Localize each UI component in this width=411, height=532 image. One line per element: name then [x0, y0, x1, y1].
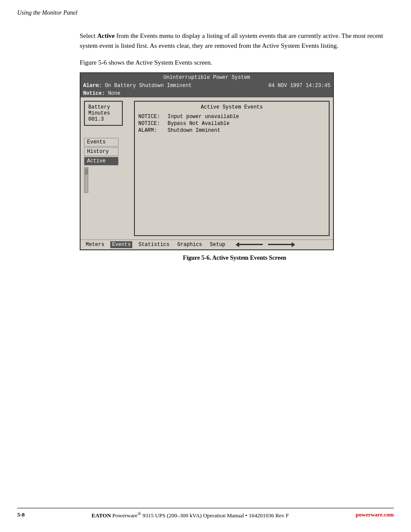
bottom-menu-statistics[interactable]: Statistics — [137, 241, 171, 248]
event-row-1: NOTICE: Input power unavailable — [138, 114, 325, 120]
bottom-menu-meters[interactable]: Meters — [84, 241, 106, 248]
status-left: Alarm: On Battery Shutdown Imminent — [83, 83, 192, 89]
screen-title-bar: Uninterruptible Power System — [81, 73, 333, 82]
left-panel: Battery Minutes 001.3 Events History Act… — [84, 101, 131, 236]
main-content: Select Active from the Events menu to di… — [80, 31, 389, 261]
nav-arrows — [236, 242, 295, 247]
scrollbar-thumb — [85, 168, 88, 174]
screen-body: Battery Minutes 001.3 Events History Act… — [81, 97, 333, 240]
screen-notice-bar: Notice: None — [81, 90, 333, 97]
event-list: NOTICE: Input power unavailable NOTICE: … — [138, 114, 325, 134]
datetime-section: 04 NOV 1997 14:23:45 — [268, 83, 330, 89]
bottom-menu-setup[interactable]: Setup — [208, 241, 227, 248]
menu-scrollbar[interactable] — [84, 167, 88, 193]
arrow-left-icon — [236, 242, 239, 247]
footer-page-number: 5-8 — [17, 511, 25, 518]
arrow-right-icon — [292, 242, 295, 247]
events-panel-title: Active System Events — [138, 104, 325, 110]
intro-paragraph: Select Active from the Events menu to di… — [80, 31, 389, 51]
event-row-3: ALARM: Shutdown Imminent — [138, 128, 325, 134]
footer-center: EATON Powerware® 9315 UPS (200–300 kVA) … — [25, 511, 355, 519]
menu-item-active[interactable]: Active — [84, 157, 118, 165]
footer-website: powerware.com — [356, 511, 394, 518]
bottom-menu-events[interactable]: Events — [110, 241, 132, 248]
battery-box: Battery Minutes 001.3 — [84, 101, 123, 126]
figure-caption: Figure 5-6. Active System Events Screen — [80, 255, 389, 261]
events-menu: Events History Active — [84, 138, 131, 193]
menu-item-events[interactable]: Events — [84, 138, 118, 146]
bottom-menu-graphics[interactable]: Graphics — [175, 241, 204, 248]
screen-status-bar: Alarm: On Battery Shutdown Imminent 04 N… — [81, 82, 333, 90]
arrow-left-group — [236, 242, 263, 247]
menu-item-history[interactable]: History — [84, 147, 118, 156]
arrow-right-bar — [268, 244, 292, 245]
arrow-right-group — [268, 242, 295, 247]
alarm-section: Alarm: On Battery Shutdown Imminent — [83, 83, 192, 89]
page-footer: 5-8 EATON Powerware® 9315 UPS (200–300 k… — [17, 508, 394, 519]
screen-bottom-bar: Meters Events Statistics Graphics Setup — [81, 240, 333, 249]
page-header: Using the Monitor Panel — [17, 9, 78, 16]
active-events-panel: Active System Events NOTICE: Input power… — [134, 101, 330, 236]
event-row-2: NOTICE: Bypass Not Available — [138, 121, 325, 127]
figure-ref-text: Figure 5-6 shows the Active System Event… — [80, 59, 389, 66]
ups-screen: Uninterruptible Power System Alarm: On B… — [80, 72, 334, 250]
arrow-left-bar — [239, 244, 263, 245]
